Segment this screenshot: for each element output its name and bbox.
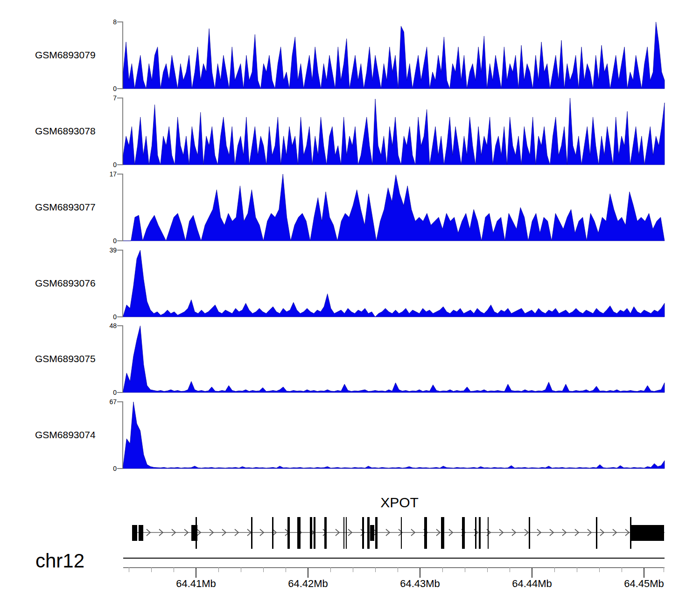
track-ymin-label: 0 bbox=[94, 238, 117, 244]
exon-box bbox=[631, 525, 664, 541]
track-sample-label: GSM6893079 bbox=[35, 49, 96, 61]
genome-axis-scale: 64.41Mb64.42Mb64.43Mb64.44Mb64.45Mb bbox=[123, 555, 665, 597]
exon-box bbox=[441, 517, 444, 549]
track-axis-bracket-top bbox=[117, 250, 123, 251]
exon-box bbox=[251, 517, 252, 549]
track-ymax-label: 39 bbox=[94, 247, 117, 253]
coverage-area bbox=[123, 98, 665, 165]
coverage-area bbox=[123, 250, 665, 317]
chromosome-label: chr12 bbox=[35, 550, 84, 572]
track-axis-bracket-bottom bbox=[117, 392, 123, 393]
track-ymax-label: 17 bbox=[94, 171, 117, 177]
axis-tick-label: 64.44Mb bbox=[512, 578, 552, 589]
exon-box bbox=[324, 517, 327, 549]
exon-box bbox=[297, 517, 301, 549]
track-ymin-label: 0 bbox=[94, 85, 117, 92]
axis-tick-label: 64.42Mb bbox=[288, 578, 328, 589]
exon-box bbox=[272, 517, 273, 549]
exon-box bbox=[529, 517, 530, 549]
track-axis-bracket-top bbox=[117, 98, 123, 98]
track-axis-bracket-bottom bbox=[117, 240, 123, 241]
axis-tick-label: 64.45Mb bbox=[624, 578, 664, 589]
track-axis-bracket-bottom bbox=[117, 88, 123, 89]
axis-tick-label: 64.43Mb bbox=[400, 578, 440, 589]
track-sample-label: GSM6893074 bbox=[35, 429, 96, 441]
track-sample-label: GSM6893076 bbox=[35, 278, 96, 289]
track-ymax-label: 8 bbox=[94, 19, 117, 25]
genome-browser-figure: GSM689307980GSM689307870GSM6893077170GSM… bbox=[0, 0, 700, 616]
track-ymax-label: 7 bbox=[94, 95, 117, 101]
coverage-area bbox=[123, 326, 665, 392]
gene-model-diagram bbox=[123, 513, 665, 554]
exon-box bbox=[310, 517, 312, 549]
exon-box bbox=[367, 517, 370, 549]
exon-box bbox=[139, 525, 143, 541]
coverage-area bbox=[123, 22, 665, 89]
exon-box bbox=[479, 517, 481, 549]
exon-box bbox=[196, 517, 197, 549]
track-sample-label: GSM6893078 bbox=[35, 126, 96, 137]
track-ymin-label: 0 bbox=[94, 465, 117, 472]
exon-box bbox=[287, 517, 290, 549]
exon-box bbox=[375, 517, 378, 549]
exon-box bbox=[370, 525, 374, 541]
track-axis-bracket-top bbox=[117, 174, 123, 175]
exon-box bbox=[362, 517, 364, 549]
exon-box bbox=[488, 517, 489, 549]
exon-box bbox=[314, 517, 315, 549]
track-sample-label: GSM6893075 bbox=[35, 353, 96, 364]
exon-box bbox=[343, 517, 344, 549]
track-ymin-label: 0 bbox=[94, 161, 117, 168]
track-ymin-label: 0 bbox=[94, 389, 117, 396]
track-axis-bracket-top bbox=[117, 325, 123, 326]
track-axis-bracket-bottom bbox=[117, 316, 123, 317]
gene-name-label: XPOT bbox=[367, 495, 432, 511]
exon-box bbox=[596, 517, 597, 549]
track-axis-bracket-bottom bbox=[117, 164, 123, 165]
exon-box bbox=[401, 517, 402, 549]
coverage-area bbox=[123, 174, 665, 241]
track-axis-bracket-top bbox=[117, 401, 123, 402]
track-ymax-label: 48 bbox=[94, 322, 117, 329]
exon-box bbox=[346, 517, 347, 549]
axis-tick-label: 64.41Mb bbox=[176, 578, 216, 589]
track-ymin-label: 0 bbox=[94, 314, 117, 320]
exon-box bbox=[475, 517, 476, 549]
track-ymax-label: 67 bbox=[94, 399, 117, 405]
exon-box bbox=[424, 517, 427, 549]
exon-box bbox=[132, 525, 137, 541]
track-sample-label: GSM6893077 bbox=[35, 202, 96, 213]
coverage-area bbox=[123, 402, 665, 469]
track-axis-bracket-bottom bbox=[117, 468, 123, 469]
exon-box bbox=[462, 517, 465, 549]
track-axis-bracket-top bbox=[117, 21, 123, 22]
